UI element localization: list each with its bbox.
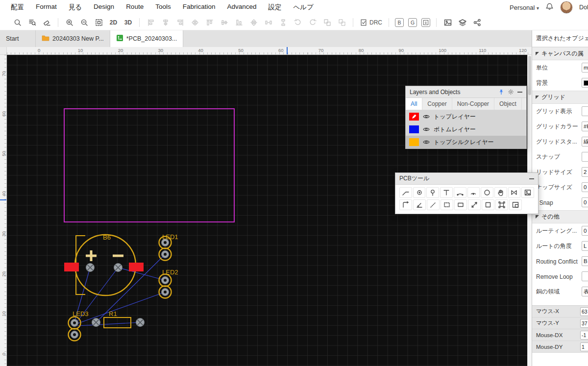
tab-start[interactable]: Start <box>0 30 36 47</box>
layers-tab-noncopper[interactable]: Non-Copper <box>452 98 494 110</box>
component-led2[interactable]: LED2 <box>159 268 178 298</box>
layer-row-top-silk[interactable]: トップシルクレイヤー <box>406 136 526 148</box>
align-bottom-icon[interactable] <box>232 17 245 28</box>
grid-show-input[interactable] <box>582 106 588 116</box>
route-angle-select[interactable]: L <box>582 241 588 251</box>
grid-size-input[interactable]: 2 <box>582 167 588 177</box>
user-avatar[interactable] <box>560 1 573 14</box>
tab-pcb[interactable]: *PCB_20240303... <box>110 30 184 47</box>
background-color-input[interactable] <box>582 78 588 88</box>
circle-tool[interactable] <box>481 187 493 198</box>
menu-item[interactable]: Format <box>30 3 63 12</box>
eraser-icon[interactable] <box>40 17 53 28</box>
section-canvas-attributes[interactable]: キャンバスの属 <box>532 47 588 60</box>
notifications-bell-icon[interactable] <box>545 2 554 12</box>
align-right-icon[interactable] <box>173 17 187 28</box>
zoom-fit-icon[interactable] <box>92 17 105 28</box>
view-3d-button[interactable]: 3D <box>122 17 135 28</box>
align-middle-icon[interactable] <box>218 17 231 28</box>
pan-tool[interactable] <box>494 187 507 198</box>
corner-tool[interactable] <box>399 199 412 210</box>
eye-visible-icon[interactable] <box>423 114 430 119</box>
menu-item[interactable]: Route <box>120 3 149 12</box>
protractor-tool[interactable] <box>413 199 426 210</box>
connection-tool[interactable] <box>508 187 521 198</box>
menu-item[interactable]: ヘルプ <box>288 3 319 12</box>
flip-horizontal-icon[interactable] <box>188 17 201 28</box>
minimize-icon[interactable] <box>529 178 534 179</box>
group-icon[interactable] <box>320 17 334 28</box>
flip-vertical-icon[interactable] <box>247 17 260 28</box>
tab-project[interactable]: 20240303 New P... <box>36 30 110 47</box>
grid-color-input[interactable]: #F <box>582 122 588 131</box>
snap-input[interactable] <box>582 152 588 162</box>
layer-color-swatch[interactable] <box>409 113 419 121</box>
menu-item[interactable]: 設定 <box>263 3 288 12</box>
menu-item[interactable]: Tools <box>149 3 177 12</box>
eye-visible-icon[interactable] <box>423 140 430 145</box>
menu-item[interactable]: Fabrication <box>177 3 221 12</box>
dashed-rect-tool[interactable] <box>441 199 453 210</box>
gerber-button[interactable]: G <box>408 18 417 27</box>
layer-stack-icon[interactable] <box>456 17 469 28</box>
rotate-cw-icon[interactable] <box>306 17 319 28</box>
alt-snap-input[interactable]: 0 <box>582 197 588 207</box>
menu-item[interactable]: Advanced <box>221 3 262 12</box>
region-tool[interactable] <box>482 199 494 210</box>
layers-tab-object[interactable]: Object <box>494 98 522 110</box>
routing-width-input[interactable]: 0 <box>582 226 588 236</box>
export-board-button[interactable] <box>421 18 430 27</box>
pin-icon[interactable] <box>498 89 504 95</box>
panel-tool[interactable] <box>509 199 522 210</box>
view-2d-button[interactable]: 2D <box>107 17 120 28</box>
ungroup-icon[interactable] <box>335 17 348 28</box>
snap-size-input[interactable]: 0 <box>582 182 588 192</box>
drc-button[interactable]: DRC <box>358 19 384 26</box>
image-export-icon[interactable] <box>441 17 454 28</box>
component-led1[interactable]: LED1 <box>159 233 178 261</box>
account-menu[interactable]: Personal ▾ <box>510 4 539 11</box>
construction-line-tool[interactable] <box>427 199 440 210</box>
net-search-icon[interactable] <box>25 17 39 28</box>
layer-row-bottom[interactable]: ボトムレイヤー <box>406 123 526 136</box>
menu-item[interactable]: 配置 <box>5 3 30 12</box>
pad-tool[interactable] <box>413 187 426 198</box>
section-other[interactable]: その他 <box>532 210 588 223</box>
layer-color-swatch[interactable] <box>409 138 419 146</box>
align-left-icon[interactable] <box>144 17 157 28</box>
zoom-in-icon[interactable] <box>63 17 76 28</box>
via-tool[interactable] <box>426 187 439 198</box>
distribute-vertical-icon[interactable] <box>276 17 290 28</box>
align-top-icon[interactable] <box>203 17 216 28</box>
menu-item[interactable]: Design <box>88 3 120 12</box>
menu-item[interactable]: 見る <box>63 3 88 12</box>
bom-button[interactable]: B <box>395 18 404 27</box>
align-center-horizontal-icon[interactable] <box>159 17 172 28</box>
text-tool[interactable] <box>440 187 453 198</box>
section-grid[interactable]: グリッド <box>532 91 588 104</box>
layers-tab-copper[interactable]: Copper <box>422 98 452 110</box>
rotate-ccw-icon[interactable] <box>291 17 304 28</box>
unit-input[interactable]: mm <box>582 63 588 73</box>
pcb-tools-titlebar[interactable]: PCBツール <box>395 173 538 185</box>
distribute-horizontal-icon[interactable] <box>262 17 275 28</box>
layers-tab-all[interactable]: All <box>406 98 422 110</box>
gear-icon[interactable] <box>508 89 514 95</box>
board-outline-tool[interactable] <box>495 199 508 210</box>
copper-region-select[interactable]: 表 <box>582 287 588 296</box>
share-icon[interactable] <box>470 17 484 28</box>
arc-by-center-tool[interactable] <box>467 187 480 198</box>
remove-loop-select[interactable] <box>582 271 588 281</box>
layer-color-swatch[interactable] <box>409 125 419 133</box>
rect-tool[interactable] <box>454 199 467 210</box>
grid-style-select[interactable]: 線 <box>582 137 588 146</box>
search-icon[interactable] <box>11 17 24 28</box>
zoom-out-icon[interactable] <box>77 17 91 28</box>
eye-visible-icon[interactable] <box>423 127 430 132</box>
layer-row-top[interactable]: トップレイヤー <box>406 110 526 123</box>
measure-tool[interactable] <box>468 199 481 210</box>
track-tool[interactable] <box>399 187 412 198</box>
layers-panel-titlebar[interactable]: Layers and Objects <box>406 86 526 98</box>
arc-tool[interactable] <box>454 187 466 198</box>
board-outline[interactable] <box>64 109 234 222</box>
